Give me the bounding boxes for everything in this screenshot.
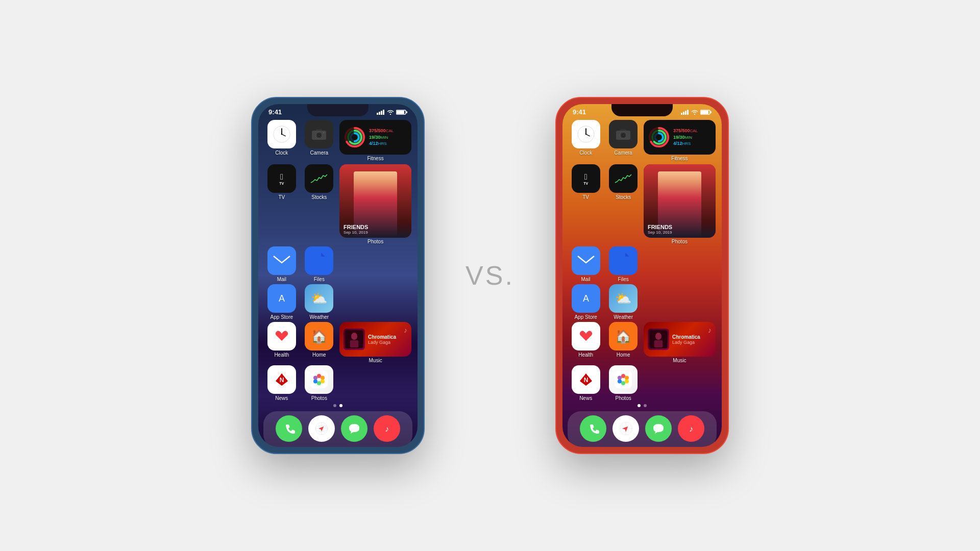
- dock-right: ♪: [568, 411, 717, 447]
- svg-rect-51: [681, 113, 682, 115]
- photos-icon-right: [609, 365, 638, 394]
- app-cell-mail-left[interactable]: Mail: [264, 246, 299, 282]
- dock-music-right[interactable]: ♪: [678, 415, 704, 442]
- music-label-right: Music: [644, 358, 716, 363]
- friends-date-left: Sep 10, 2019: [344, 230, 368, 235]
- app-cell-weather-left[interactable]: ⛅ Weather: [302, 284, 337, 320]
- svg-text:A: A: [583, 293, 589, 304]
- svg-point-39: [313, 376, 317, 380]
- app-cell-health-right[interactable]: Health: [569, 322, 603, 363]
- app-cell-weather-right[interactable]: ⛅ Weather: [606, 284, 641, 320]
- weather-label-right: Weather: [614, 314, 633, 320]
- app-cell-news-left[interactable]: N News: [264, 365, 299, 401]
- svg-rect-16: [323, 132, 325, 133]
- page-dots-right: [562, 402, 722, 409]
- wifi-icon-left: [387, 110, 394, 115]
- stocks-label-left: Stocks: [311, 194, 327, 200]
- dock-messages-left[interactable]: [341, 415, 368, 442]
- weather-label-left: Weather: [310, 314, 329, 320]
- dot-1-right: [638, 404, 641, 407]
- appstore-label-right: App Store: [574, 314, 597, 320]
- appstore-icon-left: A: [267, 284, 296, 313]
- dock-safari-left[interactable]: [308, 415, 335, 442]
- dock-messages-right[interactable]: [645, 415, 672, 442]
- clock-icon-left: [267, 120, 296, 148]
- app-cell-clock-left[interactable]: Clock: [264, 120, 299, 161]
- mail-icon-left: [267, 246, 296, 275]
- health-label-right: Health: [578, 352, 593, 358]
- svg-rect-74: [577, 254, 595, 268]
- friends-text-right: FRIENDS: [648, 224, 672, 230]
- fitness-widget-left[interactable]: 375/500CAL 19/30MIN 4/12HRS Fitness: [339, 120, 411, 161]
- svg-point-35: [321, 376, 325, 380]
- weather-icon-left: ⛅: [305, 284, 333, 313]
- appstore-label-left: App Store: [271, 314, 293, 320]
- phone-right-screen: 9:41: [562, 104, 722, 447]
- svg-rect-54: [687, 110, 689, 115]
- app-cell-files-left[interactable]: Files: [302, 246, 337, 282]
- app-cell-home-left[interactable]: 🏠 Home: [302, 322, 337, 363]
- fitness-widget-right[interactable]: 375/500CAL 19/30MIN 4/12HRS Fitness: [644, 120, 716, 161]
- photos-widget-label-left: Photos: [339, 239, 411, 244]
- phone-left: 9:41: [251, 97, 425, 454]
- photos-label-left: Photos: [311, 395, 327, 401]
- svg-point-84: [621, 374, 625, 378]
- app-cell-clock-right[interactable]: Clock: [569, 120, 603, 161]
- stocks-icon-left: [305, 164, 333, 193]
- photos-widget-right[interactable]: FRIENDS Sep 10, 2019 Photos: [644, 164, 716, 244]
- dock-phone-left[interactable]: [276, 415, 302, 442]
- chromatica-art-right: [648, 329, 669, 350]
- app-cell-tv-right[interactable]:  TV TV: [569, 164, 603, 200]
- svg-text:A: A: [279, 293, 285, 304]
- svg-point-11: [281, 134, 282, 135]
- photos-icon-left: [305, 365, 333, 394]
- svg-text:♪: ♪: [385, 424, 389, 433]
- app-cell-appstore-right[interactable]: A App Store: [569, 284, 603, 320]
- svg-rect-53: [685, 111, 687, 115]
- app-cell-health-left[interactable]: Health: [264, 322, 299, 363]
- svg-text:♪: ♪: [689, 424, 693, 433]
- app-cell-tv-left[interactable]:  TV TV: [264, 164, 299, 200]
- app-cell-camera-left[interactable]: Camera: [302, 120, 337, 161]
- app-cell-home-right[interactable]: 🏠 Home: [606, 322, 641, 363]
- dot-1-left: [333, 404, 336, 407]
- mail-icon-right: [572, 246, 600, 275]
- status-icons-right: [681, 110, 712, 115]
- app-cell-camera-right[interactable]: Camera: [606, 120, 641, 161]
- news-icon-left: N: [267, 365, 296, 394]
- app-cell-files-right[interactable]: Files: [606, 246, 641, 282]
- activity-ring-left: [344, 126, 366, 148]
- status-icons-left: [377, 110, 407, 115]
- app-cell-photos-left[interactable]: Photos: [302, 365, 337, 401]
- dock-safari-right[interactable]: [612, 415, 639, 442]
- dock-phone-right[interactable]: [580, 415, 606, 442]
- photos-widget-left[interactable]: FRIENDS Sep 10, 2019 Photos: [339, 164, 411, 244]
- clock-icon-right: [572, 120, 600, 148]
- wifi-icon-right: [691, 110, 698, 115]
- photos-widget-label-right: Photos: [644, 239, 716, 244]
- news-label-left: News: [275, 395, 288, 401]
- svg-rect-6: [406, 111, 407, 113]
- svg-rect-23: [310, 171, 328, 186]
- dock-left: ♪: [263, 411, 412, 447]
- app-cell-news-right[interactable]: N News: [569, 365, 603, 401]
- min-text-right: 19/30: [673, 135, 685, 140]
- dock-music-left[interactable]: ♪: [374, 415, 400, 442]
- chromatica-widget-left[interactable]: Chromatica Lady Gaga ♪ Music: [339, 322, 411, 363]
- activity-ring-right: [648, 126, 670, 148]
- app-cell-photos-right[interactable]: Photos: [606, 365, 641, 401]
- app-cell-mail-right[interactable]: Mail: [569, 246, 603, 282]
- chromatica-widget-right[interactable]: Chromatica Lady Gaga ♪ Music: [644, 322, 716, 363]
- camera-label-left: Camera: [310, 150, 329, 156]
- clock-label-left: Clock: [275, 150, 288, 156]
- clock-label-right: Clock: [579, 150, 592, 156]
- health-label-left: Health: [274, 352, 289, 358]
- svg-rect-52: [683, 112, 684, 115]
- svg-rect-5: [397, 111, 404, 114]
- app-cell-stocks-right[interactable]: Stocks: [606, 164, 641, 200]
- hrs-text-right: 4/12: [673, 141, 682, 146]
- app-cell-appstore-left[interactable]: A App Store: [264, 284, 299, 320]
- chromatica-title-right: Chromatica: [672, 334, 712, 340]
- app-cell-stocks-left[interactable]: Stocks: [302, 164, 337, 200]
- news-label-right: News: [579, 395, 592, 401]
